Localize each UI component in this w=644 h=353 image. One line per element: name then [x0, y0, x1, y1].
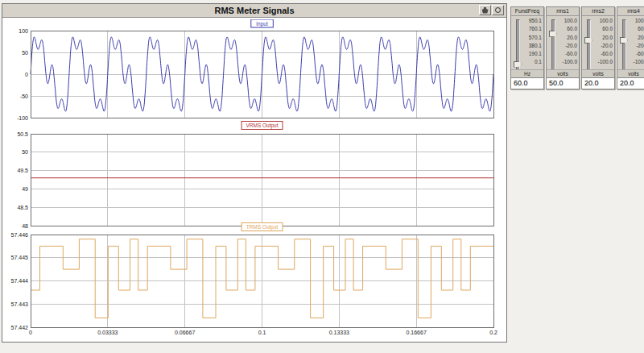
x-tick-label: 0.06667: [175, 330, 195, 335]
subplot-vrms-output: 50.55049.54948.548VRMS Output: [17, 122, 493, 229]
slider-scale-label: 100.0: [598, 17, 613, 25]
slider-value-field[interactable]: 20.0: [617, 77, 644, 89]
slider-scale: 100.060.020.0-20.0-60.0-100.0: [563, 17, 577, 67]
x-tick-label: 0.2: [489, 330, 497, 335]
x-tick-label: 0.03333: [97, 330, 118, 335]
slider-scale-label: -60.0: [598, 50, 613, 58]
slider-value-field[interactable]: 20.0: [582, 77, 614, 89]
slider-track[interactable]: [622, 19, 626, 71]
signal-label: VRMS Output: [246, 123, 278, 129]
slider-scale-label: 100.0: [563, 17, 577, 25]
rms-signals-charts: 100500-50-100Input50.55049.54948.548VRMS…: [5, 19, 505, 342]
slider-body: 950.1760.1570.1380.1190.10.1 Hz: [511, 16, 543, 77]
slider-unit-label: volts: [547, 69, 579, 77]
slider-scale-label: 60.0: [563, 25, 577, 33]
y-tick-label: 57.443: [11, 301, 29, 307]
y-tick-label: 0: [25, 72, 28, 77]
hand-tool-button[interactable]: [479, 5, 491, 15]
y-tick-label: 57.444: [11, 278, 29, 284]
slider-track[interactable]: [551, 19, 555, 71]
slider-title[interactable]: rms1: [547, 7, 579, 16]
x-tick-label: 0: [29, 330, 32, 335]
signal-label: TRMS Output: [246, 224, 279, 230]
slider-scale-label: 100.0: [634, 17, 644, 25]
y-tick-label: 57.442: [11, 325, 29, 330]
y-tick-label: 49: [22, 186, 28, 192]
y-tick-label: 57.446: [11, 232, 29, 238]
slider-scale-label: 0.1: [529, 58, 542, 66]
subplot-input: 100500-50-100Input: [17, 19, 493, 121]
y-tick-label: 48: [22, 223, 28, 229]
slider-track[interactable]: [587, 19, 591, 71]
slider-body: 100.060.020.0-20.0-60.0-100.0 volts: [617, 16, 644, 77]
slider-scale-label: 190.1: [529, 50, 542, 58]
slider-scale-label: -100.0: [598, 58, 613, 66]
rms-plot-window: RMS Meter Signals 100500-50-100Input50.5…: [2, 3, 507, 343]
slider-body: 100.060.020.0-20.0-60.0-100.0 volts: [547, 16, 579, 77]
slider-scale-label: 380.1: [529, 42, 542, 50]
slider-unit-label: volts: [582, 69, 614, 77]
slider-scale-label: -100.0: [563, 58, 577, 66]
slider-thumb[interactable]: [620, 37, 628, 44]
slider-scale-label: 760.1: [529, 25, 542, 33]
slider-scale-label: 20.0: [598, 34, 613, 42]
slider-panel-group: FundFreq 950.1760.1570.1380.1190.10.1 Hz…: [510, 6, 644, 89]
slider-scale: 100.060.020.0-20.0-60.0-100.0: [598, 17, 613, 67]
slider-scale-label: -60.0: [634, 50, 644, 58]
y-tick-label: 100: [19, 28, 28, 34]
slider-unit-label: volts: [617, 69, 644, 77]
slider-scale-label: 950.1: [529, 17, 542, 25]
y-tick-label: 50.5: [17, 131, 28, 137]
slider-scale: 100.060.020.0-20.0-60.0-100.0: [634, 17, 644, 67]
signal-label: Input: [256, 21, 268, 27]
x-tick-label: 0.13333: [329, 330, 349, 335]
slider-scale-label: 60.0: [598, 25, 613, 33]
slider-scale-label: -100.0: [634, 58, 644, 66]
slider-scale-label: -20.0: [563, 42, 577, 50]
slider-scale-label: 20.0: [563, 34, 577, 42]
slider-scale-label: -60.0: [563, 50, 577, 58]
y-tick-label: -100: [17, 115, 28, 121]
slider-panel: FundFreq 950.1760.1570.1380.1190.10.1 Hz…: [510, 6, 544, 89]
slider-panel: rms2 100.060.020.0-20.0-60.0-100.0 volts…: [581, 6, 615, 89]
y-tick-label: 48.5: [17, 205, 28, 210]
slider-title[interactable]: rms4: [617, 7, 644, 16]
x-tick-label: 0.16667: [407, 330, 427, 335]
slider-scale-label: -20.0: [634, 42, 644, 50]
slider-panel: rms4 100.060.020.0-20.0-60.0-100.0 volts…: [617, 6, 644, 89]
slider-scale-label: 570.1: [529, 34, 542, 42]
slider-title[interactable]: FundFreq: [511, 7, 543, 16]
slider-body: 100.060.020.0-20.0-60.0-100.0 volts: [582, 16, 614, 77]
slider-scale-label: 20.0: [634, 34, 644, 42]
plot-window-titlebar[interactable]: RMS Meter Signals: [2, 4, 506, 18]
slider-scale-label: -20.0: [598, 42, 613, 50]
subplot-trms-output: 57.44657.44557.44457.44357.442TRMS Outpu…: [11, 223, 493, 330]
circle-icon: [495, 7, 501, 13]
y-tick-label: 50: [22, 149, 28, 155]
circle-tool-button[interactable]: [492, 5, 504, 15]
slider-value-field[interactable]: 50.0: [547, 77, 579, 89]
slider-scale-label: 60.0: [634, 25, 644, 33]
slider-scale: 950.1760.1570.1380.1190.10.1: [529, 17, 542, 67]
plot-window-toolbar: [479, 5, 504, 15]
slider-value-field[interactable]: 60.0: [511, 77, 543, 89]
y-tick-label: 50: [22, 50, 28, 56]
slider-thumb[interactable]: [514, 61, 522, 68]
slider-unit-label: Hz: [511, 69, 543, 77]
slider-panel: rms1 100.060.020.0-20.0-60.0-100.0 volts…: [546, 6, 580, 89]
y-tick-label: 57.445: [11, 255, 29, 260]
y-tick-label: -50: [20, 93, 28, 99]
y-tick-label: 49.5: [17, 168, 28, 173]
hand-icon: [482, 7, 489, 14]
slider-thumb[interactable]: [549, 31, 557, 37]
x-tick-label: 0.1: [258, 330, 266, 335]
slider-title[interactable]: rms2: [582, 7, 614, 16]
plot-window-title: RMS Meter Signals: [2, 6, 506, 15]
slider-thumb[interactable]: [584, 37, 592, 44]
